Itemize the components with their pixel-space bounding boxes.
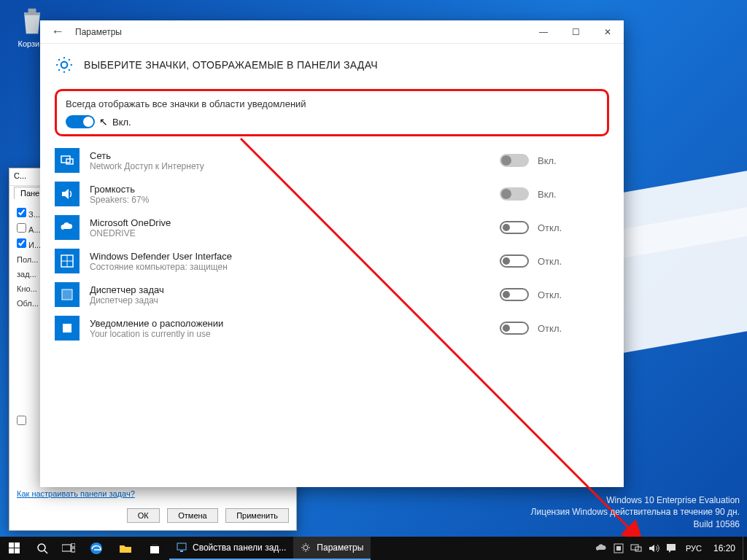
tray-icon-row: СетьNetwork Доступ к ИнтернетуВкл.	[55, 144, 609, 177]
window-title: Параметры	[75, 27, 527, 37]
cursor-icon: ↖	[99, 116, 108, 128]
taskbar-language[interactable]: РУС	[681, 544, 706, 553]
tray-icon-row: ГромкостьSpeakers: 67%Вкл.	[55, 177, 609, 211]
svg-rect-19	[180, 551, 183, 552]
svg-point-12	[38, 544, 45, 551]
tray-icon-row: Диспетчер задачДиспетчер задачОткл.	[55, 278, 609, 311]
taskbar-search[interactable]	[29, 537, 55, 560]
item-toggle[interactable]	[500, 288, 529, 301]
svg-rect-14	[62, 545, 71, 551]
propsheet-chk3[interactable]	[17, 238, 26, 248]
propsheet-help-link[interactable]: Как настраивать панели задач?	[17, 489, 135, 498]
page-heading: ВЫБЕРИТЕ ЗНАЧКИ, ОТОБРАЖАЕМЫЕ В ПАНЕЛИ З…	[84, 59, 378, 71]
taskbar-edge[interactable]	[82, 537, 111, 560]
item-toggle[interactable]	[500, 254, 529, 268]
item-toggle-state: Откл.	[538, 256, 562, 267]
item-toggle-state: Откл.	[538, 222, 562, 233]
svg-line-13	[44, 551, 47, 553]
item-title: Громкость	[90, 184, 489, 195]
back-button[interactable]: ←	[40, 24, 75, 39]
item-subtitle: Speakers: 67%	[90, 195, 489, 205]
item-title: Microsoft OneDrive	[90, 217, 489, 228]
tray-action-center-icon[interactable]	[665, 542, 677, 554]
svg-rect-11	[15, 548, 20, 553]
svg-rect-0	[28, 9, 36, 12]
propsheet-apply-button[interactable]: Применить	[225, 508, 289, 523]
propsheet-cancel-button[interactable]: Отмена	[167, 508, 217, 523]
svg-rect-18	[177, 543, 186, 550]
taskbar-task-properties[interactable]: Свойства панели зад...	[169, 537, 293, 560]
propsheet-chk2[interactable]	[17, 223, 26, 233]
tray-network-icon[interactable]	[630, 542, 642, 554]
master-toggle-label: Всегда отображать все значки в области у…	[66, 98, 598, 109]
propsheet-title: С...	[14, 171, 26, 180]
item-title: Уведомление о расположении	[90, 318, 489, 329]
annotation-highlight: Всегда отображать все значки в области у…	[55, 89, 609, 136]
taskbar-clock[interactable]: 16:20	[706, 543, 743, 553]
tray-icon-row: Windows Defender User InterfaceСостояние…	[55, 244, 609, 278]
start-button[interactable]	[0, 537, 29, 560]
edge-icon	[90, 542, 103, 555]
svg-rect-4	[62, 289, 72, 300]
folder-icon	[119, 543, 132, 553]
maximize-button[interactable]: ☐	[560, 20, 592, 44]
app-tile-icon	[55, 316, 80, 341]
store-icon	[149, 542, 160, 554]
item-toggle-state: Вкл.	[538, 189, 557, 200]
tray-defender-icon[interactable]	[613, 542, 624, 554]
propsheet-ok-button[interactable]: ОК	[127, 508, 160, 523]
taskbar-explorer[interactable]	[111, 537, 140, 560]
item-toggle[interactable]	[500, 221, 529, 234]
close-button[interactable]: ✕	[592, 20, 624, 44]
show-desktop-button[interactable]	[743, 537, 747, 560]
tray-icon-row: Microsoft OneDriveONEDRIVEОткл.	[55, 211, 609, 244]
tray-onedrive-icon[interactable]	[595, 542, 607, 554]
item-subtitle: ONEDRIVE	[90, 228, 489, 238]
app-tile-icon	[55, 148, 80, 173]
tray-icon-row: Уведомление о расположенииYour location …	[55, 311, 609, 345]
svg-rect-8	[9, 542, 14, 548]
task-view-button[interactable]	[55, 537, 82, 560]
svg-rect-22	[616, 546, 621, 551]
tray-volume-icon[interactable]	[648, 542, 659, 554]
svg-rect-10	[9, 548, 14, 553]
item-toggle[interactable]	[500, 322, 529, 335]
task-view-icon	[62, 543, 75, 553]
taskbar[interactable]: Свойства панели зад... Параметры РУС 16:…	[0, 537, 747, 560]
system-tray[interactable]	[595, 542, 681, 554]
settings-window[interactable]: ← Параметры — ☐ ✕ ВЫБЕРИТЕ ЗНАЧКИ, ОТОБР…	[40, 20, 624, 487]
item-subtitle: Диспетчер задач	[90, 295, 489, 306]
app-tile-icon	[55, 249, 80, 273]
item-subtitle: Состояние компьютера: защищен	[90, 262, 489, 272]
item-toggle-state: Откл.	[538, 323, 562, 334]
app-tile-icon	[55, 215, 80, 240]
app-tile-icon	[55, 282, 80, 307]
app-tile-icon	[55, 182, 80, 206]
gear-small-icon	[301, 542, 311, 553]
taskbar-store[interactable]	[140, 537, 169, 560]
item-toggle-state: Откл.	[538, 289, 562, 300]
svg-rect-15	[71, 543, 75, 547]
gear-icon	[55, 55, 74, 74]
item-toggle[interactable]	[500, 187, 529, 201]
item-toggle[interactable]	[500, 154, 529, 167]
windows-watermark: Windows 10 Enterprise Evaluation Лицензи…	[531, 494, 740, 531]
svg-point-20	[303, 545, 308, 550]
windows-logo-icon	[9, 542, 20, 554]
propsheet-chk-bottom[interactable]	[17, 416, 26, 425]
item-title: Windows Defender User Interface	[90, 251, 489, 262]
item-subtitle: Your location is currently in use	[90, 329, 489, 339]
svg-rect-9	[15, 542, 20, 548]
taskbar-task-settings[interactable]: Параметры	[293, 537, 371, 560]
propsheet-chk1[interactable]	[17, 208, 26, 217]
item-toggle-state: Вкл.	[538, 155, 557, 166]
item-subtitle: Network Доступ к Интернету	[90, 161, 489, 171]
settings-titlebar: ← Параметры — ☐ ✕	[40, 20, 624, 44]
item-title: Диспетчер задач	[90, 284, 489, 295]
master-toggle-state: Вкл.	[112, 117, 131, 128]
svg-rect-16	[71, 548, 75, 552]
monitor-icon	[177, 542, 187, 553]
search-icon	[36, 542, 48, 554]
minimize-button[interactable]: —	[527, 20, 560, 44]
master-toggle[interactable]	[66, 115, 95, 128]
